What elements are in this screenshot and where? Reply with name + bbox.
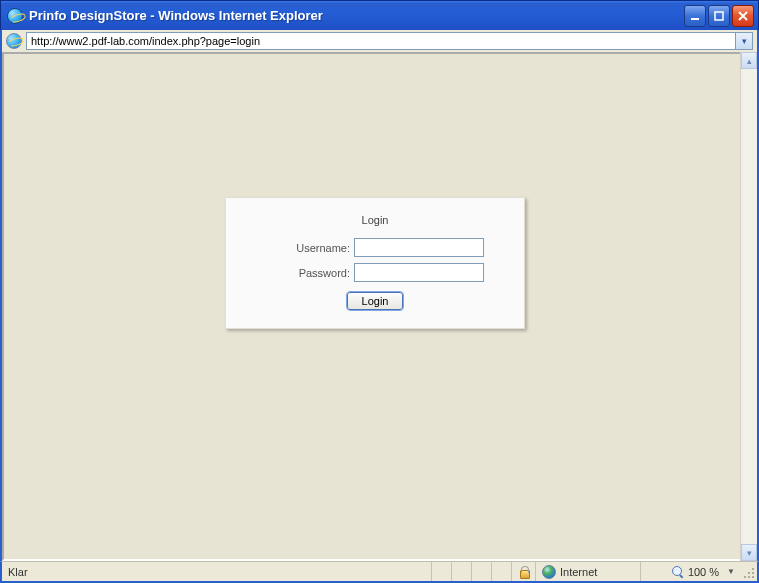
lock-icon	[517, 565, 531, 579]
username-input[interactable]	[354, 238, 484, 257]
resize-grip[interactable]	[741, 562, 757, 581]
svg-point-2	[752, 568, 754, 570]
scroll-down-button[interactable]: ▾	[741, 544, 757, 561]
minimize-button[interactable]	[684, 5, 706, 27]
svg-point-4	[752, 572, 754, 574]
ie-icon	[7, 8, 23, 24]
password-input[interactable]	[354, 263, 484, 282]
scroll-up-button[interactable]: ▴	[741, 52, 757, 69]
globe-icon	[542, 565, 556, 579]
status-small-cells	[432, 562, 512, 581]
zoom-dropdown-icon: ▼	[727, 567, 735, 576]
svg-point-6	[748, 576, 750, 578]
zoom-value: 100 %	[688, 566, 719, 578]
username-label: Username:	[266, 242, 354, 254]
scroll-track[interactable]	[741, 69, 757, 544]
status-cell-3	[472, 562, 492, 581]
zone-label: Internet	[560, 566, 597, 578]
status-cell-4	[492, 562, 512, 581]
username-row: Username:	[246, 238, 504, 257]
zone-cell[interactable]: Internet	[536, 562, 641, 581]
address-input[interactable]	[26, 32, 736, 50]
address-dropdown-button[interactable]: ▾	[736, 32, 753, 50]
window-title: Prinfo DesignStore - Windows Internet Ex…	[29, 8, 684, 23]
page-content: Login Username: Password: Login	[2, 52, 740, 561]
login-panel: Login Username: Password: Login	[225, 197, 525, 329]
close-button[interactable]	[732, 5, 754, 27]
window-buttons	[684, 5, 754, 27]
login-button-row: Login	[246, 292, 504, 310]
zoom-cell[interactable]: 100 % ▼	[641, 562, 741, 581]
svg-point-3	[748, 572, 750, 574]
login-heading: Login	[246, 214, 504, 226]
maximize-button[interactable]	[708, 5, 730, 27]
magnifier-icon	[672, 566, 684, 578]
svg-point-5	[744, 576, 746, 578]
password-row: Password:	[246, 263, 504, 282]
address-bar: ▾	[0, 30, 759, 52]
password-label: Password:	[266, 267, 354, 279]
status-bar: Klar Internet 100 % ▼	[0, 561, 759, 583]
page-icon	[6, 33, 22, 49]
svg-rect-1	[715, 12, 723, 20]
status-text: Klar	[2, 562, 432, 581]
status-cell-2	[452, 562, 472, 581]
window-titlebar: Prinfo DesignStore - Windows Internet Ex…	[0, 0, 759, 30]
svg-rect-0	[691, 18, 699, 20]
svg-point-7	[752, 576, 754, 578]
login-button[interactable]: Login	[347, 292, 404, 310]
browser-viewport: Login Username: Password: Login ▴ ▾	[0, 52, 759, 561]
vertical-scrollbar[interactable]: ▴ ▾	[740, 52, 757, 561]
security-cell[interactable]	[512, 562, 536, 581]
status-cell-1	[432, 562, 452, 581]
